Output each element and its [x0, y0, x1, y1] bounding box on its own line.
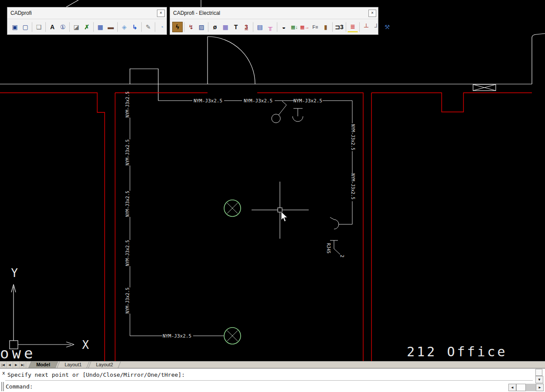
scroll-down-icon[interactable]: ▼ [535, 376, 543, 383]
scrollbar-thumb[interactable] [535, 369, 542, 376]
toolbar-titlebar[interactable]: CADprofi × [7, 7, 167, 19]
lamp-symbol[interactable] [224, 200, 241, 216]
toolbar-separator [277, 22, 277, 32]
white-walls [0, 34, 545, 101]
command-vertical-scrollbar[interactable]: ▼ [535, 369, 543, 384]
tab-layout2[interactable]: Layout2 [88, 362, 121, 368]
tab-layout1[interactable]: Layout1 [57, 362, 90, 368]
command-separator [5, 380, 533, 381]
properties-icon[interactable]: ✎ [143, 22, 153, 32]
text-icon[interactable]: A [47, 22, 58, 32]
command-close-icon[interactable]: x [2, 371, 5, 375]
luminaire-icon[interactable]: ◒ [279, 22, 289, 32]
cad-drawing-canvas[interactable]: NYM-J3x2.5 NYM-J3x2.5 NYM-J3x2.5 NYM-J3x… [0, 0, 545, 362]
axis-x-label: X [82, 338, 89, 351]
toolbar-titlebar[interactable]: CADprofi - Electrical × [170, 7, 378, 19]
command-grip[interactable] [1, 382, 2, 391]
tab-nav-first-icon[interactable]: |◀ [0, 362, 7, 368]
toolbar-icon-row: ϟ ↯ ▨ ø ▦ T 3 ▤ ╥ ◒ ▦↓ ▦→ F≡ ▮ ⊐3 ≣ ┴ ┘ … [170, 19, 378, 35]
cable-label: NYM-J3x2.5 [293, 98, 322, 104]
eraser-icon[interactable]: ▬ [106, 22, 116, 32]
cable-label: NYM-J3x2.5 [125, 191, 130, 217]
tab-model[interactable]: Model [28, 362, 58, 368]
scrollbar-track[interactable] [526, 384, 536, 391]
window-symbol[interactable] [473, 84, 496, 91]
table-down-icon[interactable]: ▦↓ [289, 22, 300, 32]
command-line-window[interactable]: x Specify next point or [Undo/Close/Mirr… [0, 368, 545, 392]
stamp-icon[interactable]: ❏ [34, 22, 44, 32]
cable-labels: NYM-J3x2.5 NYM-J3x2.5 NYM-J3x2.5 NYM-J3x… [125, 91, 355, 339]
toolbar-window-electrical[interactable]: CADprofi - Electrical × ϟ ↯ ▨ ø ▦ T 3 ▤ … [170, 7, 378, 35]
cable-label: NYM-J3x2.5 [351, 124, 355, 150]
tools-icon[interactable]: ⚒ [382, 22, 392, 32]
lamp-switch-icon[interactable]: ø [210, 22, 220, 32]
door-symbol[interactable] [208, 37, 255, 84]
door-arc [208, 37, 255, 84]
symbol-insert-icon[interactable]: ◈ [119, 22, 129, 32]
toolbar-window-cadprofi[interactable]: CADprofi × ▣ ▢ ❏ A ① ◪ ✗ ▦ ▬ ◈ ↳ ✎ ◔ ? [7, 7, 167, 35]
cad-window-icon[interactable]: ▣ [10, 22, 20, 32]
cable-label: NYM-J3x2.5 [125, 287, 130, 314]
mouse-arrow-cursor [281, 212, 287, 222]
specification-icon[interactable]: ▦ [95, 22, 106, 32]
rj45-index-label: 2 [340, 255, 344, 257]
command-horizontal-scrollbar[interactable]: ◀ ▶ [508, 384, 544, 391]
tab-model-label: Model [36, 362, 50, 368]
toolbar-separator [253, 22, 253, 32]
table-arrow-icon[interactable]: ▦→ [300, 22, 310, 32]
tab-layout1-label: Layout1 [65, 362, 82, 368]
tab-nav-prev-icon[interactable]: ◀ [7, 362, 13, 368]
layout-tab-bar: |◀ ◀ ▶ ▶| Model Layout1 Layout2 [0, 361, 545, 368]
crosshair-cursor [252, 182, 309, 239]
cable-lines[interactable] [130, 101, 352, 336]
rj45-socket-symbol[interactable]: RJ45 2 [326, 240, 344, 257]
cable-label: NYM-J3x2.5 [351, 173, 355, 199]
toolbar-icon-row: ▣ ▢ ❏ A ① ◪ ✗ ▦ ▬ ◈ ↳ ✎ ◔ ? [7, 19, 167, 35]
toolbar-separator [45, 22, 46, 32]
cable-tray-icon[interactable]: ≣ [347, 22, 358, 32]
toolbar-separator [359, 22, 360, 32]
f-box-icon[interactable]: F≡ [310, 22, 320, 32]
scroll-right-icon[interactable]: ▶ [536, 384, 544, 391]
t-fitting-icon[interactable]: ┴ [361, 22, 371, 32]
socket-symbol[interactable] [330, 217, 339, 229]
command-prompt-input[interactable]: Command: [6, 383, 33, 390]
export-icon[interactable]: ✗ [82, 22, 92, 32]
ucs-icon: Y X [10, 267, 89, 351]
three-phase-icon[interactable]: 3 [241, 22, 252, 32]
tab-nav-next-icon[interactable]: ▶ [13, 362, 20, 368]
toolbar-separator [346, 22, 346, 32]
cable-label: NYM-J3x2.5 [125, 240, 130, 266]
toolbar-separator [155, 22, 155, 32]
electrical-module-icon[interactable]: ϟ [172, 22, 183, 32]
socket-symbol[interactable] [293, 108, 303, 122]
socket-three-icon[interactable]: ⊐3 [334, 22, 344, 32]
switch-symbol-icon[interactable]: ↯ [186, 22, 196, 32]
toolbar-title: CADprofi [7, 10, 32, 16]
close-icon[interactable]: × [157, 10, 165, 17]
arc-icon[interactable]: ◔ [157, 22, 167, 32]
lamp-symbol[interactable] [224, 328, 241, 344]
circuits-icon[interactable]: ╥ [265, 22, 276, 32]
line-draw-icon[interactable]: ↳ [129, 22, 140, 32]
switch-symbol[interactable] [272, 101, 286, 123]
room-label-212-office: 212 Office [407, 344, 508, 359]
toolbar-separator [141, 22, 142, 32]
scroll-left-icon[interactable]: ◀ [508, 384, 516, 391]
cad-window-copy-icon[interactable]: ▢ [20, 22, 31, 32]
numbering-icon[interactable]: ① [58, 22, 68, 32]
frame-diagonal-icon[interactable]: ▨ [196, 22, 207, 32]
attribute-icon[interactable]: ◪ [71, 22, 82, 32]
toolbar-separator [93, 22, 94, 32]
close-icon[interactable]: × [368, 10, 376, 17]
tab-nav-last-icon[interactable]: ▶| [20, 362, 26, 368]
lines-icon[interactable]: ▤ [255, 22, 265, 32]
t-connection-icon[interactable]: T [231, 22, 241, 32]
conduit-elbow-icon[interactable]: ┘ [371, 22, 382, 32]
above-toolbar-fragments [66, 0, 201, 7]
command-grip[interactable] [3, 382, 4, 391]
command-history-line: Specify next point or [Undo/Close/Mirror… [7, 372, 185, 378]
distribution-board-icon[interactable]: ▦ [220, 22, 231, 32]
cabinet-icon[interactable]: ▮ [320, 22, 331, 32]
scrollbar-thumb[interactable] [516, 384, 526, 391]
